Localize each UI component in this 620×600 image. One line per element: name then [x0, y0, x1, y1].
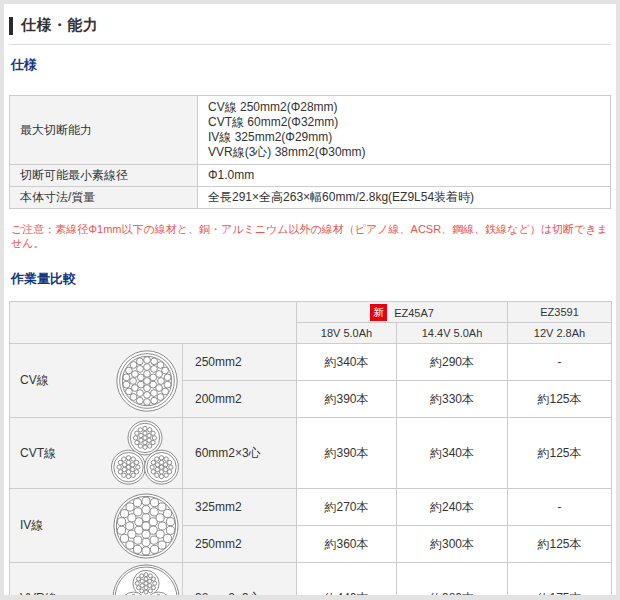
spec-value-line: CV線 250mm2(Φ28mm) [208, 100, 600, 115]
work-count-cell: 約175本 [508, 563, 612, 596]
cable-group-cell: CVT線 [10, 418, 183, 489]
vvr-cable-cross-section-icon [112, 564, 180, 595]
spec-table: 最大切断能力CV線 250mm2(Φ28mm)CVT線 60mm2(Φ32mm)… [9, 95, 611, 209]
spec-row: 最大切断能力CV線 250mm2(Φ28mm)CVT線 60mm2(Φ32mm)… [10, 96, 611, 165]
cable-size-cell: 38mm2×3心 [183, 563, 297, 596]
work-count-cell: 約380本 [397, 563, 508, 596]
work-count-cell: 約330本 [397, 381, 508, 418]
comparison-header-empty-cell [10, 302, 297, 344]
work-count-cell: 約340本 [397, 418, 508, 489]
spec-label: 最大切断能力 [10, 96, 198, 165]
comparison-row: CVT線60mm2×3心約390本約340本約125本 [10, 418, 612, 489]
spec-value-line: 全長291×全高263×幅60mm/2.8kg(EZ9L54装着時) [208, 190, 600, 205]
cable-size-cell: 325mm2 [183, 489, 297, 526]
cable-group-wrap: IV線 [10, 492, 182, 560]
battery-header: 12V 2.8Ah [508, 323, 612, 344]
work-count-cell: 約390本 [297, 418, 397, 489]
spec-value-line: VVR線(3心) 38mm2(Φ30mm) [208, 145, 600, 160]
cable-size-cell: 250mm2 [183, 526, 297, 563]
work-count-cell: - [508, 489, 612, 526]
content-area: 仕様・能力 仕様 最大切断能力CV線 250mm2(Φ28mm)CVT線 60m… [4, 4, 616, 595]
spec-value: CV線 250mm2(Φ28mm)CVT線 60mm2(Φ32mm)IV線 32… [198, 96, 611, 165]
spec-row: 切断可能最小素線径Φ1.0mm [10, 165, 611, 187]
spec-value-line: IV線 325mm2(Φ29mm) [208, 130, 600, 145]
battery-header: 14.4V 5.0Ah [397, 323, 508, 344]
new-badge: 新 [370, 304, 387, 321]
cvt-cable-cross-section-icon [110, 420, 180, 486]
comparison-row: IV線325mm2約270本約240本- [10, 489, 612, 526]
comparison-row: CV線250mm2約340本約290本- [10, 344, 612, 381]
spec-heading: 仕様 [11, 56, 611, 74]
cable-group-cell: IV線 [10, 489, 183, 563]
model-header-ez45a7: 新EZ45A7 [297, 302, 508, 323]
comparison-table: 新EZ45A7EZ359118V 5.0Ah14.4V 5.0Ah12V 2.8… [9, 301, 612, 595]
work-count-cell: 約300本 [397, 526, 508, 563]
comparison-header-models: 新EZ45A7EZ3591 [10, 302, 612, 323]
iv-cable-cross-section-icon [112, 492, 180, 560]
work-count-cell: 約390本 [297, 381, 397, 418]
cable-group-label: IV線 [20, 517, 43, 534]
cable-group-cell: CV線 [10, 344, 183, 418]
comparison-row: VVR線38mm2×3心約440本約380本約175本 [10, 563, 612, 596]
spec-value-line: Φ1.0mm [208, 168, 600, 183]
model-name: EZ45A7 [394, 307, 434, 319]
cable-group-cell: VVR線 [10, 563, 183, 596]
work-count-cell: 約290本 [397, 344, 508, 381]
work-count-cell: 約240本 [397, 489, 508, 526]
work-count-cell: 約125本 [508, 381, 612, 418]
spec-value: Φ1.0mm [198, 165, 611, 187]
cable-group-wrap: CV線 [10, 348, 182, 414]
cable-group-label: CV線 [20, 372, 49, 389]
spec-value: 全長291×全高263×幅60mm/2.8kg(EZ9L54装着時) [198, 187, 611, 209]
work-count-cell: 約270本 [297, 489, 397, 526]
cable-group-wrap: CVT線 [10, 420, 182, 486]
cable-group-wrap: VVR線 [10, 564, 182, 595]
comparison-heading: 作業量比較 [11, 270, 611, 288]
cable-group-label: VVR線 [20, 590, 57, 596]
work-count-cell: 約125本 [508, 526, 612, 563]
section-header-bar [9, 17, 13, 35]
cable-size-cell: 60mm2×3心 [183, 418, 297, 489]
cable-size-cell: 200mm2 [183, 381, 297, 418]
section-title: 仕様・能力 [21, 16, 99, 35]
section-header: 仕様・能力 [9, 16, 611, 45]
model-header-ez3591: EZ3591 [508, 302, 612, 323]
caution-note: ご注意：素線径Φ1mm以下の線材と、銅・アルミニウム以外の線材（ピアノ線、ACS… [11, 222, 611, 250]
work-count-cell: - [508, 344, 612, 381]
spec-value-line: CVT線 60mm2(Φ32mm) [208, 115, 600, 130]
work-count-cell: 約125本 [508, 418, 612, 489]
spec-label: 本体寸法/質量 [10, 187, 198, 209]
cable-group-label: CVT線 [20, 445, 56, 462]
work-count-cell: 約360本 [297, 526, 397, 563]
cable-size-cell: 250mm2 [183, 344, 297, 381]
cv-cable-cross-section-icon [114, 348, 180, 414]
work-count-cell: 約440本 [297, 563, 397, 596]
spec-row: 本体寸法/質量全長291×全高263×幅60mm/2.8kg(EZ9L54装着時… [10, 187, 611, 209]
battery-header: 18V 5.0Ah [297, 323, 397, 344]
work-count-cell: 約340本 [297, 344, 397, 381]
spec-label: 切断可能最小素線径 [10, 165, 198, 187]
